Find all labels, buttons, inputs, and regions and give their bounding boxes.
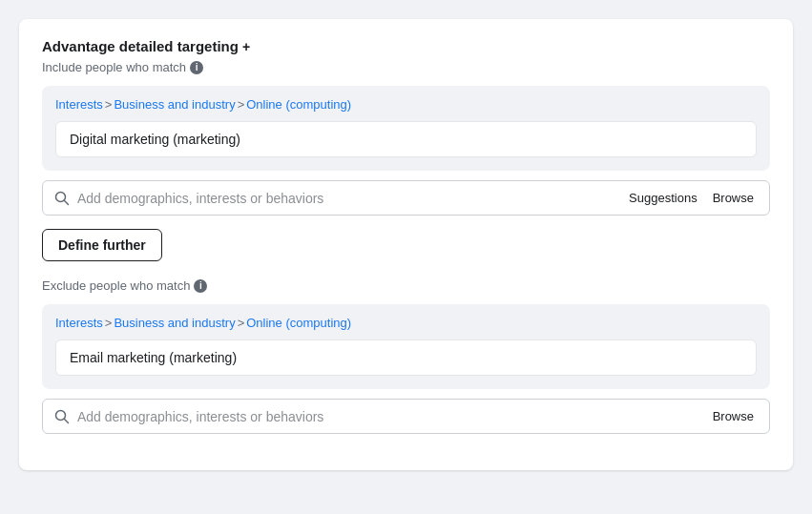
svg-line-1: [65, 200, 69, 204]
exclude-breadcrumb-sep1: >: [105, 316, 113, 330]
include-search-bar: Suggestions Browse: [42, 180, 770, 216]
define-further-button[interactable]: Define further: [42, 229, 162, 261]
exclude-browse-button[interactable]: Browse: [709, 407, 758, 425]
exclude-breadcrumb-interests[interactable]: Interests: [55, 316, 103, 330]
exclude-breadcrumb-online[interactable]: Online (computing): [246, 316, 351, 330]
include-tag: Digital marketing (marketing): [55, 121, 757, 157]
exclude-tag: Email marketing (marketing): [55, 339, 757, 376]
include-label-text: Include people who match: [42, 60, 186, 74]
exclude-search-icon: [54, 409, 70, 424]
exclude-breadcrumb: Interests > Business and industry > Onli…: [55, 316, 757, 330]
include-targeting-box: Interests > Business and industry > Onli…: [42, 86, 770, 171]
include-breadcrumb-business[interactable]: Business and industry: [114, 97, 235, 112]
include-search-actions: Suggestions Browse: [625, 189, 758, 207]
exclude-search-actions: Browse: [709, 407, 758, 425]
exclude-label-text: Exclude people who match: [42, 278, 190, 293]
exclude-targeting-box: Interests > Business and industry > Onli…: [42, 304, 770, 389]
plus-icon: +: [242, 39, 250, 54]
include-browse-button[interactable]: Browse: [709, 189, 758, 207]
section-title: Advantage detailed targeting +: [42, 38, 770, 54]
include-breadcrumb-sep1: >: [105, 97, 113, 112]
include-label: Include people who match i: [42, 60, 770, 74]
include-search-input[interactable]: [77, 191, 617, 206]
include-breadcrumb-interests[interactable]: Interests: [55, 97, 103, 112]
advantage-title-text: Advantage detailed targeting: [42, 38, 239, 54]
exclude-search-bar: Browse: [42, 399, 770, 434]
exclude-info-icon[interactable]: i: [194, 279, 207, 293]
suggestions-button[interactable]: Suggestions: [625, 189, 701, 207]
include-search-icon: [54, 191, 70, 206]
svg-line-3: [65, 419, 69, 422]
exclude-label: Exclude people who match i: [42, 278, 770, 293]
exclude-search-input[interactable]: [77, 409, 701, 424]
exclude-breadcrumb-business[interactable]: Business and industry: [114, 316, 235, 330]
include-breadcrumb-online[interactable]: Online (computing): [246, 97, 351, 112]
include-info-icon[interactable]: i: [190, 61, 203, 74]
exclude-breadcrumb-sep2: >: [238, 316, 245, 330]
main-container: Advantage detailed targeting + Include p…: [19, 19, 793, 470]
include-breadcrumb-sep2: >: [238, 97, 245, 112]
include-breadcrumb: Interests > Business and industry > Onli…: [55, 97, 757, 112]
